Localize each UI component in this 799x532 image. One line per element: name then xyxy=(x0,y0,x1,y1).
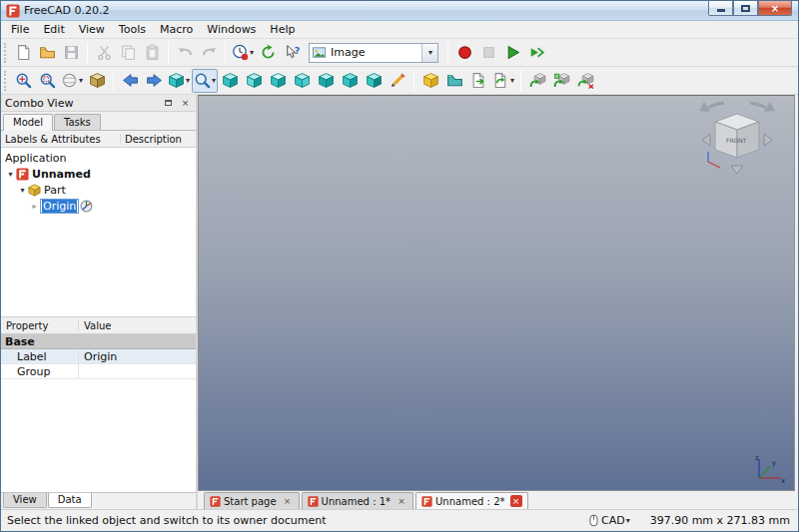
toolbar-separator xyxy=(87,42,88,64)
bounding-box-icon xyxy=(89,72,106,89)
property-value[interactable]: Origin xyxy=(79,350,196,363)
maximize-button[interactable] xyxy=(733,1,758,16)
zoom-icon xyxy=(194,72,211,89)
tree-item-label: Part xyxy=(44,184,66,197)
fit-all-button[interactable] xyxy=(11,69,35,93)
zoom-button[interactable]: ▾ xyxy=(192,69,218,93)
create-group-button[interactable] xyxy=(442,69,466,93)
menu-view[interactable]: View xyxy=(72,22,112,37)
undo-button[interactable] xyxy=(173,41,197,65)
whats-this-button[interactable]: ? xyxy=(280,41,304,65)
workbench-selector-arrow[interactable]: ▾ xyxy=(421,44,437,62)
menu-windows[interactable]: Windows xyxy=(200,22,263,37)
macro-record-button[interactable] xyxy=(452,41,476,65)
branch-open-icon[interactable]: ▾ xyxy=(5,170,16,179)
tree-item-origin[interactable]: ▸ Origin xyxy=(1,198,196,214)
make-link-button[interactable] xyxy=(525,69,549,93)
property-group-base[interactable]: Base xyxy=(1,334,196,349)
tab-unnamed-2[interactable]: Unnamed : 2* × xyxy=(415,492,527,509)
copy-button[interactable] xyxy=(116,41,140,65)
cut-button[interactable] xyxy=(92,41,116,65)
view-rear-button[interactable] xyxy=(314,69,338,93)
toolbar-grip[interactable] xyxy=(4,71,7,91)
workbench-selector-value: Image xyxy=(327,46,421,59)
nav-forward-button[interactable] xyxy=(142,69,166,93)
toolbar-separator xyxy=(413,70,414,92)
tab-close-button[interactable]: × xyxy=(282,495,294,507)
paste-button[interactable] xyxy=(140,41,164,65)
menu-help[interactable]: Help xyxy=(263,22,302,37)
branch-open-icon[interactable]: ▾ xyxy=(17,186,28,195)
view-right-icon xyxy=(294,72,311,89)
part-icon xyxy=(422,72,439,89)
tree-item-application[interactable]: Application xyxy=(1,150,196,166)
export-button[interactable] xyxy=(466,69,490,93)
new-document-button[interactable] xyxy=(11,41,35,65)
view-front-button[interactable] xyxy=(242,69,266,93)
toolbar-grip[interactable] xyxy=(4,43,7,63)
create-part-button[interactable] xyxy=(418,69,442,93)
view-isometric-button[interactable] xyxy=(218,69,242,93)
bounding-box-button[interactable] xyxy=(85,69,109,93)
tree-item-document[interactable]: ▾ Unnamed xyxy=(1,166,196,182)
make-sublink-button[interactable] xyxy=(549,69,573,93)
tab-data[interactable]: Data xyxy=(48,493,92,508)
view-right-button[interactable] xyxy=(290,69,314,93)
macro-recording-button[interactable]: ▾ xyxy=(230,41,256,65)
property-header[interactable]: Property Value xyxy=(1,317,196,334)
close-button[interactable]: × xyxy=(758,1,792,16)
macro-execute-button[interactable] xyxy=(500,41,524,65)
nav-style-selector[interactable]: CAD ▾ xyxy=(585,513,634,528)
view-bottom-button[interactable] xyxy=(338,69,362,93)
tree-column-header[interactable]: Labels & Attributes Description xyxy=(1,131,196,148)
draw-style-icon xyxy=(61,72,78,89)
rename-edit-field[interactable]: Origin xyxy=(40,199,79,214)
menu-macro[interactable]: Macro xyxy=(153,22,200,37)
tab-view[interactable]: View xyxy=(3,493,47,508)
menu-edit[interactable]: Edit xyxy=(36,22,71,37)
measure-distance-button[interactable] xyxy=(386,69,409,93)
tab-model[interactable]: Model xyxy=(3,114,53,131)
redo-button[interactable] xyxy=(197,41,221,65)
minimize-button[interactable] xyxy=(708,1,733,16)
tab-unnamed-1[interactable]: Unnamed : 1* × xyxy=(302,492,413,509)
tree-item-part[interactable]: ▾ Part xyxy=(1,182,196,198)
fit-selection-button[interactable] xyxy=(35,69,59,93)
menu-file[interactable]: File xyxy=(4,22,36,37)
view-top-button[interactable] xyxy=(266,69,290,93)
branch-closed-icon[interactable]: ▸ xyxy=(29,202,40,211)
macro-stop-button[interactable] xyxy=(476,41,500,65)
refresh-button[interactable] xyxy=(256,41,280,65)
tab-label: Start page xyxy=(224,496,277,507)
dropdown-arrow-icon: ▾ xyxy=(212,77,216,85)
share-button[interactable]: ▾ xyxy=(490,69,516,93)
save-button[interactable] xyxy=(59,41,83,65)
replace-link-button[interactable] xyxy=(573,69,597,93)
view-axonometric-button[interactable]: ▾ xyxy=(166,69,192,93)
open-document-button[interactable] xyxy=(35,41,59,65)
property-row-label[interactable]: Label Origin xyxy=(1,349,196,364)
workbench-selector[interactable]: Image ▾ xyxy=(309,43,438,63)
arrow-left-icon xyxy=(122,72,139,89)
menu-tools[interactable]: Tools xyxy=(112,22,153,37)
fit-all-icon xyxy=(15,72,32,89)
combo-view-header[interactable]: Combo View × xyxy=(1,95,196,112)
tab-start-page[interactable]: Start page × xyxy=(204,492,300,509)
tab-close-button[interactable]: × xyxy=(396,495,407,507)
dropdown-arrow-icon: ▾ xyxy=(626,517,630,525)
view-left-button[interactable] xyxy=(362,69,386,93)
navigation-cube[interactable]: FRONT xyxy=(694,100,780,192)
property-col-value: Value xyxy=(79,320,196,331)
model-tree[interactable]: Application ▾ Unnamed ▾ Part ▸ Origin xyxy=(1,148,196,317)
tab-close-button[interactable]: × xyxy=(510,495,522,507)
draw-style-button[interactable]: ▾ xyxy=(59,69,85,93)
tree-item-label: Application xyxy=(5,152,66,165)
nav-back-button[interactable] xyxy=(118,69,142,93)
status-bar: Select the linked object and switch to i… xyxy=(1,509,798,531)
macro-debug-button[interactable] xyxy=(524,41,548,65)
dock-float-button[interactable] xyxy=(161,97,176,110)
3d-viewport[interactable]: FRONT z y x xyxy=(198,95,795,491)
dock-close-button[interactable]: × xyxy=(178,97,193,110)
tab-tasks[interactable]: Tasks xyxy=(54,114,101,130)
property-row-group[interactable]: Group xyxy=(1,364,196,379)
